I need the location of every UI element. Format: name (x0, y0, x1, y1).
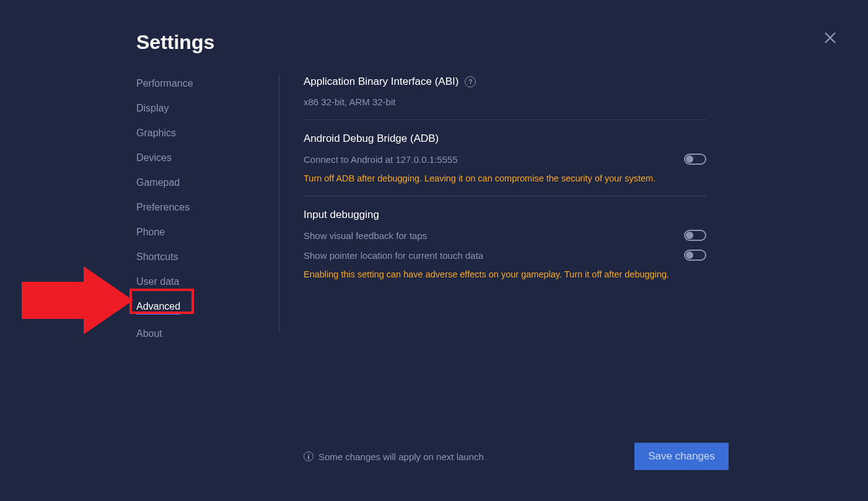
sidebar-item-performance[interactable]: Performance (136, 78, 193, 89)
pointer-toggle[interactable] (684, 250, 706, 261)
settings-sidebar: Performance Display Graphics Devices Gam… (136, 78, 260, 353)
toggle-knob (686, 155, 693, 163)
settings-window: Settings Performance Display Graphics De… (0, 0, 868, 501)
footer: Some changes will apply on next launch S… (304, 443, 729, 470)
taps-toggle[interactable] (684, 230, 706, 241)
close-icon (823, 31, 837, 45)
adb-warning: Turn off ADB after debugging. Leaving it… (304, 173, 706, 183)
adb-title: Android Debug Bridge (ADB) (304, 133, 439, 145)
footer-note: Some changes will apply on next launch (304, 451, 484, 462)
sidebar-item-devices[interactable]: Devices (136, 152, 172, 163)
section-adb: Android Debug Bridge (ADB) Connect to An… (304, 120, 706, 196)
adb-toggle[interactable] (684, 154, 706, 165)
sidebar-item-advanced[interactable]: Advanced (136, 301, 180, 315)
sidebar-item-graphics[interactable]: Graphics (136, 128, 176, 139)
page-title: Settings (136, 31, 214, 54)
taps-label: Show visual feedback for taps (304, 230, 427, 241)
sidebar-item-display[interactable]: Display (136, 103, 169, 114)
toggle-knob (686, 251, 693, 259)
sidebar-item-user-data[interactable]: User data (136, 276, 179, 287)
help-icon[interactable]: ? (465, 76, 476, 87)
section-input-debugging: Input debugging Show visual feedback for… (304, 196, 706, 292)
annotation-arrow-icon (22, 266, 133, 334)
abi-title: Application Binary Interface (ABI) (304, 76, 458, 88)
footer-note-text: Some changes will apply on next launch (318, 451, 484, 462)
sidebar-item-gamepad[interactable]: Gamepad (136, 177, 180, 188)
info-icon (304, 451, 313, 461)
sidebar-item-shortcuts[interactable]: Shortcuts (136, 251, 178, 263)
input-title: Input debugging (304, 209, 379, 221)
sidebar-item-about[interactable]: About (136, 328, 162, 339)
sidebar-divider (279, 74, 279, 333)
settings-content: Application Binary Interface (ABI) ? x86… (304, 76, 706, 292)
adb-connect-label: Connect to Android at 127.0.0.1:5555 (304, 154, 458, 165)
section-abi: Application Binary Interface (ABI) ? x86… (304, 76, 706, 120)
svg-marker-0 (22, 266, 133, 334)
pointer-label: Show pointer location for current touch … (304, 250, 483, 261)
abi-value: x86 32-bit, ARM 32-bit (304, 97, 706, 107)
close-button[interactable] (823, 31, 837, 45)
toggle-knob (686, 232, 693, 239)
sidebar-item-phone[interactable]: Phone (136, 227, 165, 238)
save-changes-button[interactable]: Save changes (634, 443, 729, 470)
input-warning: Enabling this setting can have adverse e… (304, 269, 706, 279)
sidebar-item-preferences[interactable]: Preferences (136, 202, 190, 213)
